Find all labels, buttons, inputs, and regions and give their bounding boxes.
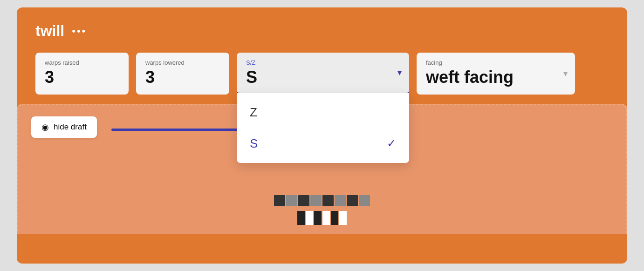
sz-card[interactable]: S/Z S ▾ Z S ✓ xyxy=(237,53,409,95)
dropdown-item-s-label: S xyxy=(250,136,258,151)
app-title: twill xyxy=(35,22,64,40)
strip-5 xyxy=(331,211,338,225)
weave-cell-2 xyxy=(286,195,297,206)
warps-raised-card: warps raised 3 xyxy=(35,53,129,95)
weave-cell-3 xyxy=(298,195,309,206)
hide-draft-button[interactable]: ◉ hide draft xyxy=(31,116,97,138)
warps-lowered-label: warps lowered xyxy=(145,59,220,66)
sz-dropdown-arrow: ▾ xyxy=(397,68,402,78)
dropdown-item-z-label: Z xyxy=(250,105,257,120)
header-menu-dots[interactable]: ••• xyxy=(72,25,87,37)
sz-value: S xyxy=(246,68,400,87)
header: twill ••• xyxy=(35,22,609,40)
eye-icon: ◉ xyxy=(41,122,49,132)
weave-cell-5 xyxy=(322,195,334,206)
weave-cell-7 xyxy=(347,195,358,206)
facing-value: weft facing xyxy=(426,68,566,87)
weave-pattern xyxy=(274,195,370,206)
warps-raised-label: warps raised xyxy=(45,59,119,66)
strip-6 xyxy=(339,211,347,225)
weave-cell-8 xyxy=(359,195,370,206)
facing-dropdown-arrow: ▾ xyxy=(563,68,568,79)
sz-dropdown-menu: Z S ✓ xyxy=(237,93,409,163)
weave-cell-4 xyxy=(310,195,322,206)
warps-raised-value: 3 xyxy=(45,68,119,87)
facing-card[interactable]: facing weft facing ▾ xyxy=(417,53,575,95)
dropdown-item-z[interactable]: Z xyxy=(237,97,409,128)
selected-checkmark: ✓ xyxy=(387,137,396,150)
strip-1 xyxy=(297,211,305,225)
strip-4 xyxy=(322,211,330,225)
strip-3 xyxy=(314,211,322,225)
cards-row: warps raised 3 warps lowered 3 S/Z S ▾ Z xyxy=(35,53,609,95)
strip-2 xyxy=(306,211,313,225)
facing-label: facing xyxy=(426,59,566,66)
app-container: twill ••• warps raised 3 warps lowered 3… xyxy=(0,0,644,271)
weave-cell-1 xyxy=(274,195,285,206)
sz-label: S/Z xyxy=(246,59,400,66)
main-panel: twill ••• warps raised 3 warps lowered 3… xyxy=(17,7,627,264)
bottom-strips xyxy=(297,211,347,225)
warps-lowered-card: warps lowered 3 xyxy=(136,53,229,95)
dropdown-item-s[interactable]: S ✓ xyxy=(237,128,409,159)
hide-draft-label: hide draft xyxy=(54,122,87,132)
weave-cell-6 xyxy=(335,195,346,206)
warps-lowered-value: 3 xyxy=(145,68,220,87)
